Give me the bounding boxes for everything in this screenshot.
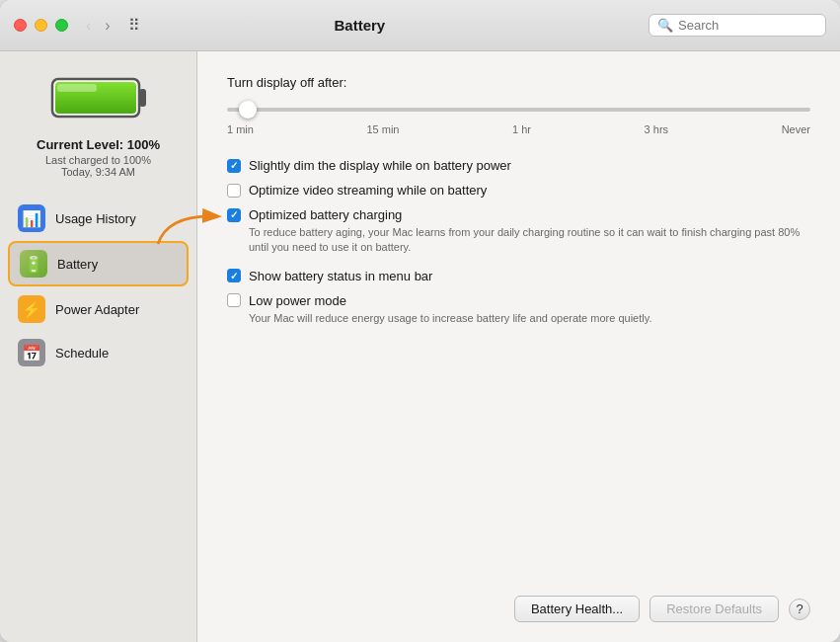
option-label-optimized-charging: Optimized battery charging bbox=[249, 207, 402, 222]
main-content: Current Level: 100% Last charged to 100%… bbox=[0, 51, 840, 642]
window-title: Battery bbox=[150, 17, 570, 34]
option-label-dim-display: Slightly dim the display while on batter… bbox=[249, 158, 511, 173]
help-button[interactable]: ? bbox=[789, 599, 810, 620]
checkbox-optimize-video[interactable] bbox=[227, 184, 241, 198]
title-bar: ‹ › ⠿ Battery 🔍 bbox=[0, 0, 840, 51]
sidebar-item-battery[interactable]: 🔋 Battery bbox=[8, 241, 189, 286]
bottom-bar: Battery Health... Restore Defaults ? bbox=[227, 576, 810, 622]
option-main-optimize-video: Optimize video streaming while on batter… bbox=[227, 180, 810, 201]
battery-info: Current Level: 100% Last charged to 100%… bbox=[37, 137, 160, 178]
option-main-show-status: Show battery status in menu bar bbox=[227, 266, 810, 286]
search-bar[interactable]: 🔍 bbox=[649, 14, 826, 37]
option-row-show-status: Show battery status in menu bar bbox=[227, 266, 810, 286]
slider-thumb[interactable] bbox=[239, 101, 257, 119]
option-row-optimized-charging: Optimized battery charging To reduce bat… bbox=[227, 204, 810, 262]
battery-charged: Last charged to 100% bbox=[37, 154, 160, 166]
usage-history-label: Usage History bbox=[55, 211, 136, 226]
maximize-button[interactable] bbox=[55, 19, 68, 32]
battery-icon-container bbox=[49, 71, 148, 125]
power-adapter-icon: ⚡ bbox=[18, 295, 45, 323]
battery-nav-icon: 🔋 bbox=[20, 250, 47, 278]
slider-section-title: Turn display off after: bbox=[227, 75, 810, 90]
slider-label-15min: 15 min bbox=[366, 123, 399, 135]
option-main-low-power: Low power mode bbox=[227, 290, 810, 311]
usage-history-icon: 📊 bbox=[18, 204, 45, 232]
forward-arrow[interactable]: › bbox=[101, 15, 114, 37]
checkbox-dim-display[interactable] bbox=[227, 159, 241, 173]
sidebar-item-usage-history[interactable]: 📊 Usage History bbox=[8, 198, 189, 239]
svg-rect-3 bbox=[57, 84, 97, 92]
close-button[interactable] bbox=[14, 19, 27, 32]
option-row-dim-display: Slightly dim the display while on batter… bbox=[227, 155, 810, 176]
slider-label-1min: 1 min bbox=[227, 123, 254, 135]
slider-label-3hrs: 3 hrs bbox=[645, 123, 668, 135]
option-description-optimized-charging: To reduce battery aging, your Mac learns… bbox=[249, 225, 810, 256]
battery-time: Today, 9:34 AM bbox=[37, 166, 160, 178]
battery-graphic bbox=[49, 71, 148, 125]
options-list: Slightly dim the display while on batter… bbox=[227, 155, 810, 336]
slider-track[interactable] bbox=[227, 100, 810, 120]
traffic-lights bbox=[14, 19, 68, 32]
schedule-label: Schedule bbox=[55, 346, 109, 361]
battery-level: Current Level: 100% bbox=[37, 137, 160, 152]
nav-arrows: ‹ › bbox=[82, 15, 115, 37]
option-label-show-status: Show battery status in menu bar bbox=[249, 269, 432, 283]
option-row-low-power: Low power mode Your Mac will reduce ener… bbox=[227, 290, 810, 332]
search-icon: 🔍 bbox=[657, 18, 673, 33]
slider-label-never: Never bbox=[782, 123, 810, 135]
option-main-dim-display: Slightly dim the display while on batter… bbox=[227, 155, 810, 176]
sidebar-item-power-adapter[interactable]: ⚡ Power Adapter bbox=[8, 288, 189, 330]
sidebar-nav: 📊 Usage History 🔋 Battery ⚡ Power Adapte… bbox=[0, 198, 196, 375]
battery-health-button[interactable]: Battery Health... bbox=[514, 596, 640, 622]
grid-icon[interactable]: ⠿ bbox=[128, 16, 140, 35]
svg-rect-1 bbox=[139, 89, 146, 107]
schedule-icon: 📅 bbox=[18, 339, 45, 366]
search-input[interactable] bbox=[678, 18, 816, 33]
checkbox-low-power[interactable] bbox=[227, 293, 241, 307]
main-window: ‹ › ⠿ Battery 🔍 bbox=[0, 0, 840, 642]
restore-defaults-button[interactable]: Restore Defaults bbox=[649, 596, 779, 622]
option-main-optimized-charging: Optimized battery charging bbox=[227, 204, 810, 225]
power-adapter-label: Power Adapter bbox=[55, 302, 139, 317]
option-label-optimize-video: Optimize video streaming while on batter… bbox=[249, 183, 487, 198]
sidebar-item-schedule[interactable]: 📅 Schedule bbox=[8, 332, 189, 373]
option-label-low-power: Low power mode bbox=[249, 293, 346, 308]
checkbox-show-status[interactable] bbox=[227, 269, 241, 282]
detail-panel: Turn display off after: 1 min 15 min 1 h… bbox=[197, 51, 840, 642]
sidebar: Current Level: 100% Last charged to 100%… bbox=[0, 51, 197, 642]
option-row-optimize-video: Optimize video streaming while on batter… bbox=[227, 180, 810, 201]
slider-labels: 1 min 15 min 1 hr 3 hrs Never bbox=[227, 123, 810, 135]
slider-area: Turn display off after: 1 min 15 min 1 h… bbox=[227, 75, 810, 135]
slider-line bbox=[227, 108, 810, 112]
slider-label-1hr: 1 hr bbox=[512, 123, 531, 135]
back-arrow[interactable]: ‹ bbox=[82, 15, 95, 37]
minimize-button[interactable] bbox=[35, 19, 47, 32]
battery-nav-label: Battery bbox=[57, 257, 98, 272]
option-description-low-power: Your Mac will reduce energy usage to inc… bbox=[249, 311, 810, 326]
checkbox-optimized-charging[interactable] bbox=[227, 208, 241, 222]
